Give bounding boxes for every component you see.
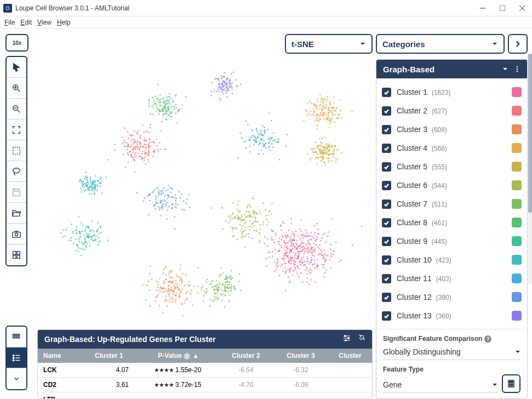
color-swatch[interactable] xyxy=(512,143,522,153)
fit-tool[interactable] xyxy=(7,119,26,140)
menu-file[interactable]: File xyxy=(4,19,15,26)
share-icon[interactable] xyxy=(351,334,365,344)
checkbox-icon[interactable] xyxy=(382,311,391,321)
compute-button[interactable] xyxy=(502,374,520,393)
color-swatch[interactable] xyxy=(512,236,522,246)
maximize-button[interactable] xyxy=(493,0,512,16)
color-swatch[interactable] xyxy=(512,218,522,227)
close-button[interactable] xyxy=(512,0,532,16)
table-row[interactable]: LCK4.07★★★★ 1.55e-20-6.54-6.32 xyxy=(38,363,372,378)
checkbox-icon[interactable] xyxy=(382,144,391,153)
checkbox-icon[interactable] xyxy=(382,293,391,302)
grid-view-button[interactable] xyxy=(7,327,26,347)
checkbox-icon[interactable] xyxy=(382,200,391,209)
svg-point-32 xyxy=(511,384,512,385)
svg-rect-40 xyxy=(13,337,15,338)
chevron-down-icon xyxy=(359,39,366,49)
more-icon[interactable] xyxy=(508,65,520,74)
svg-point-43 xyxy=(13,355,14,356)
checkbox-icon[interactable] xyxy=(382,237,391,246)
table-row[interactable]: LTB xyxy=(38,392,372,399)
checkbox-icon[interactable] xyxy=(382,162,391,172)
checkbox-icon[interactable] xyxy=(382,274,391,283)
col-clusterx[interactable]: Cluster xyxy=(328,349,372,363)
svg-point-23 xyxy=(345,335,346,337)
rect-select-tool[interactable] xyxy=(7,140,26,161)
svg-rect-2 xyxy=(500,5,505,11)
chevron-down-icon[interactable] xyxy=(496,65,508,74)
svg-rect-17 xyxy=(17,252,20,254)
settings-icon[interactable] xyxy=(337,334,351,344)
open-tool[interactable] xyxy=(7,203,26,224)
list-view-button[interactable] xyxy=(7,347,26,368)
color-swatch[interactable] xyxy=(512,162,522,172)
titlebar: Loupe Cell Browser 3.0.1 - AMLTutorial xyxy=(0,0,532,16)
cluster-row[interactable]: Cluster 8 (461) xyxy=(382,213,525,232)
color-swatch[interactable] xyxy=(512,199,522,209)
projection-value: t-SNE xyxy=(291,39,314,49)
svg-rect-30 xyxy=(509,381,513,383)
svg-point-31 xyxy=(509,384,510,385)
zoom-in-tool[interactable] xyxy=(7,78,26,99)
svg-point-0 xyxy=(6,7,9,10)
cluster-row[interactable]: Cluster 7 (511) xyxy=(382,195,525,213)
col-cluster1[interactable]: Cluster 1 xyxy=(82,349,136,363)
checkbox-icon[interactable] xyxy=(382,106,391,116)
cluster-row[interactable]: Cluster 3 (608) xyxy=(382,120,525,139)
menu-help[interactable]: Help xyxy=(57,19,71,26)
feature-type-select[interactable]: Gene xyxy=(383,377,497,393)
camera-tool[interactable] xyxy=(7,224,26,244)
color-swatch[interactable] xyxy=(512,180,522,190)
color-swatch[interactable] xyxy=(512,311,522,321)
col-pvalue[interactable]: P-Value ? ▴ xyxy=(136,349,219,363)
table-row[interactable]: CD23.61★★★★ 3.72e-15-4.70-6.08 xyxy=(38,377,372,392)
cluster-row[interactable]: Cluster 1 (1623) xyxy=(382,83,525,101)
pointer-tool[interactable] xyxy=(7,57,26,78)
svg-point-15 xyxy=(15,233,18,236)
scrollbar[interactable] xyxy=(528,54,532,284)
col-cluster2[interactable]: Cluster 2 xyxy=(219,349,273,363)
checkbox-icon[interactable] xyxy=(382,88,391,97)
projection-dropdown[interactable]: t-SNE xyxy=(285,34,373,54)
checkbox-icon[interactable] xyxy=(382,181,391,190)
collapse-button[interactable] xyxy=(7,368,26,389)
menu-view[interactable]: View xyxy=(37,19,52,26)
cluster-list[interactable]: Cluster 1 (1623) Cluster 2 (627) Cluster… xyxy=(376,78,527,329)
color-swatch[interactable] xyxy=(512,273,522,283)
mode-dropdown[interactable]: Categories xyxy=(376,34,505,54)
color-swatch[interactable] xyxy=(512,87,522,97)
cluster-row[interactable]: Cluster 11 (403) xyxy=(382,269,525,288)
svg-rect-37 xyxy=(13,334,15,335)
cluster-row[interactable]: Cluster 12 (390) xyxy=(382,288,525,306)
checkbox-icon[interactable] xyxy=(382,255,391,265)
tsne-plot[interactable] xyxy=(37,57,373,327)
expand-button[interactable] xyxy=(508,34,528,54)
col-cluster3[interactable]: Cluster 3 xyxy=(273,349,328,363)
zoom-out-tool[interactable] xyxy=(7,99,26,119)
color-swatch[interactable] xyxy=(512,255,522,265)
gene-table-title: Graph-Based: Up-Regulated Genes Per Clus… xyxy=(44,335,216,344)
cluster-row[interactable]: Cluster 6 (544) xyxy=(382,176,525,195)
cluster-row[interactable]: Cluster 2 (627) xyxy=(382,101,525,120)
checkbox-icon[interactable] xyxy=(382,218,391,227)
svg-rect-16 xyxy=(13,252,16,254)
cluster-label: Cluster 3 (608) xyxy=(397,125,512,134)
checkbox-icon[interactable] xyxy=(382,125,391,134)
svg-point-45 xyxy=(13,357,14,358)
cluster-row[interactable]: Cluster 10 (423) xyxy=(382,250,525,269)
save-tool[interactable] xyxy=(7,182,26,203)
color-swatch[interactable] xyxy=(512,106,522,116)
cluster-row[interactable]: Cluster 13 (360) xyxy=(382,306,525,325)
lasso-tool[interactable] xyxy=(7,161,26,182)
color-swatch[interactable] xyxy=(512,292,522,302)
col-name[interactable]: Name xyxy=(38,349,82,363)
menu-edit[interactable]: Edit xyxy=(20,19,32,26)
cluster-row[interactable]: Cluster 5 (555) xyxy=(382,157,525,176)
minimize-button[interactable] xyxy=(473,0,493,16)
sigfeat-select[interactable]: Globally Distinguishing xyxy=(383,344,520,360)
cluster-row[interactable]: Cluster 9 (445) xyxy=(382,232,525,250)
cluster-row[interactable]: Cluster 4 (566) xyxy=(382,139,525,157)
color-swatch[interactable] xyxy=(512,124,522,134)
svg-point-47 xyxy=(13,360,14,361)
grid-tool[interactable] xyxy=(7,244,26,265)
